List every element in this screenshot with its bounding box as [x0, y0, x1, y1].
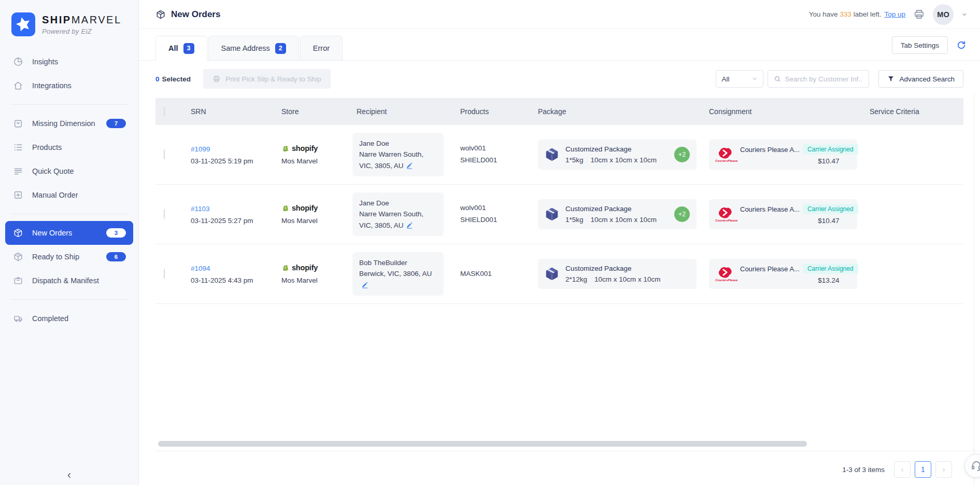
- sidebar-item-missing-dimension[interactable]: Missing Dimension 7: [5, 112, 133, 135]
- filter-funnel-icon: [887, 75, 894, 82]
- sidebar-item-integrations[interactable]: Integrations: [5, 74, 133, 98]
- toolbar: 0Selected Print Pick Slip & Ready to Shi…: [139, 61, 980, 96]
- sidebar-item-quick-quote[interactable]: Quick Quote: [5, 159, 133, 183]
- truck-icon: [13, 313, 23, 324]
- sidebar-item-dispatch-manifest[interactable]: Dispatch & Manifest: [5, 269, 133, 293]
- search-icon: [774, 75, 781, 82]
- label-count: 333: [840, 10, 851, 18]
- consignment-card: CouriersPlease Couriers Please A... Carr…: [709, 259, 857, 289]
- package-card: Customized Package 2*12kg10cm x 10cm x 1…: [538, 259, 697, 289]
- page-number-button[interactable]: 1: [915, 461, 931, 478]
- sidebar-item-manual-order[interactable]: Manual Order: [5, 183, 133, 207]
- table-header-row: SRN Store Recipient Products Package Con…: [155, 98, 963, 125]
- search-box: [768, 70, 869, 88]
- recipient-address-line1: Berwick, VIC, 3806, AU: [359, 268, 437, 280]
- brand-logo: SHIPMARVEL Powered by EiZ: [0, 0, 138, 38]
- advanced-search-button[interactable]: Advanced Search: [878, 70, 963, 88]
- tab-error[interactable]: Error: [300, 36, 343, 61]
- table-row: #1094 03-11-2025 4:43 pm shopify Mos Mar…: [155, 244, 963, 304]
- store-name: Mos Marvel: [281, 157, 340, 165]
- chevron-down-icon[interactable]: [961, 11, 968, 18]
- product-sku: SHIELD001: [460, 155, 521, 167]
- tab-same-address[interactable]: Same Address 2: [208, 36, 299, 61]
- recipient-name: Jane Doe: [359, 138, 437, 149]
- search-field-select[interactable]: All: [716, 70, 763, 88]
- carrier-name: Couriers Please A...: [740, 146, 800, 154]
- previous-page-button[interactable]: ‹: [894, 461, 911, 478]
- order-link[interactable]: #1103: [191, 205, 210, 213]
- sidebar-item-new-orders[interactable]: New Orders 3: [5, 221, 133, 245]
- top-up-link[interactable]: Top up: [884, 10, 905, 18]
- edit-address-icon[interactable]: [361, 281, 368, 288]
- column-header-consignment: Consignment: [701, 107, 861, 116]
- top-header: New Orders You have 333 label left. Top …: [139, 0, 980, 29]
- shopify-bag-icon: [281, 204, 290, 212]
- package-icon: [13, 228, 23, 238]
- avatar[interactable]: MO: [933, 4, 954, 25]
- sidebar-item-products[interactable]: Products: [5, 135, 133, 159]
- tab-settings-button[interactable]: Tab Settings: [892, 36, 948, 54]
- more-packages-badge[interactable]: +2: [674, 147, 690, 162]
- status-badge: Carrier Assigned: [803, 204, 858, 214]
- shopify-bag-icon: [281, 264, 290, 272]
- status-badge: Carrier Assigned: [803, 264, 858, 274]
- count-badge: 3: [106, 228, 126, 238]
- refresh-icon[interactable]: [956, 40, 967, 50]
- product-sku: wolv001: [460, 143, 521, 155]
- product-sku: wolv001: [460, 202, 521, 214]
- recipient-name: Jane Doe: [359, 198, 437, 209]
- shopify-logo: shopify: [281, 204, 340, 212]
- sidebar-nav: Insights Integrations Missing Dimension …: [0, 50, 138, 485]
- count-badge: 7: [106, 119, 126, 128]
- tab-count-badge: 2: [275, 43, 286, 54]
- store-name: Mos Marvel: [281, 276, 340, 284]
- selected-count-label: 0Selected: [155, 75, 191, 83]
- sidebar: SHIPMARVEL Powered by EiZ Insights Integ…: [0, 0, 139, 485]
- sidebar-item-completed[interactable]: Completed: [5, 307, 133, 330]
- package-title: Customized Package: [565, 265, 661, 272]
- support-chat-widget[interactable]: [964, 454, 980, 478]
- next-page-button[interactable]: ›: [935, 461, 952, 478]
- sidebar-item-ready-to-ship[interactable]: Ready to Ship 6: [5, 245, 133, 269]
- package-box-icon: [544, 147, 560, 162]
- row-checkbox[interactable]: [164, 269, 165, 279]
- couriers-please-logo: CouriersPlease: [715, 266, 736, 282]
- product-sku: MASK001: [460, 268, 521, 280]
- list-icon: [13, 142, 23, 153]
- column-header-products: Products: [452, 107, 530, 116]
- divider: [155, 451, 980, 451]
- couriers-please-logo: CouriersPlease: [715, 206, 736, 223]
- shopify-logo: shopify: [281, 144, 340, 153]
- brand-star-icon: [11, 12, 35, 36]
- column-header-service-criteria: Service Criteria: [861, 107, 963, 116]
- search-input[interactable]: [785, 75, 863, 83]
- recipient-card: Bob TheBuilder Berwick, VIC, 3806, AU: [352, 252, 444, 296]
- edit-address-icon[interactable]: [406, 221, 413, 229]
- select-all-checkbox[interactable]: [164, 107, 165, 116]
- sidebar-item-insights[interactable]: Insights: [5, 50, 133, 74]
- couriers-please-logo: CouriersPlease: [715, 146, 736, 163]
- recipient-address-line2: VIC, 3805, AU: [359, 160, 437, 172]
- more-packages-badge[interactable]: +2: [674, 206, 690, 222]
- column-header-srn: SRN: [182, 107, 273, 116]
- edit-address-icon[interactable]: [406, 162, 413, 169]
- table-row: #1099 03-11-2025 5:19 pm shopify Mos Mar…: [155, 125, 963, 185]
- horizontal-scrollbar[interactable]: [158, 441, 807, 447]
- recipient-name: Bob TheBuilder: [359, 257, 437, 269]
- home-icon: [13, 80, 23, 91]
- column-header-recipient: Recipient: [348, 107, 452, 116]
- pagination-summary: 1-3 of 3 items: [842, 466, 885, 474]
- recipient-address-line1: Narre Warren South,: [359, 209, 437, 220]
- collapse-sidebar-icon[interactable]: ‹: [0, 469, 138, 481]
- package-spec: 1*5kg10cm x 10cm x 10cm: [565, 156, 657, 164]
- print-pick-slip-button[interactable]: Print Pick Slip & Ready to Ship: [203, 69, 331, 89]
- order-link[interactable]: #1099: [191, 145, 210, 153]
- row-checkbox[interactable]: [164, 149, 165, 159]
- row-checkbox[interactable]: [164, 209, 165, 219]
- order-link[interactable]: #1094: [191, 265, 210, 272]
- printer-icon[interactable]: [913, 8, 925, 20]
- consignment-price: $13.24: [740, 276, 858, 284]
- tab-all[interactable]: All 3: [155, 36, 207, 61]
- consignment-card: CouriersPlease Couriers Please A... Carr…: [709, 199, 857, 229]
- recipient-address-line2: [359, 280, 437, 291]
